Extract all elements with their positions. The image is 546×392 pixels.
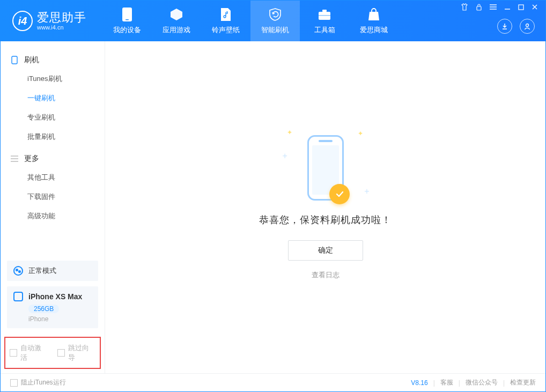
device-chip[interactable]: iPhone XS Max 256GB iPhone	[7, 286, 98, 328]
device-small-icon	[13, 292, 23, 301]
success-illustration: ✦ + ✦ +	[307, 135, 344, 201]
sidebar-group-more: 更多 其他工具 下载固件 高级功能	[1, 150, 105, 226]
side-nav: 刷机 iTunes刷机 一键刷机 专业刷机 批量刷机 更多 其他工具 下载固件 …	[1, 41, 105, 255]
close-icon[interactable]	[532, 4, 538, 12]
checkbox-icon	[10, 349, 17, 357]
sidebar-item-itunes-flash[interactable]: iTunes刷机	[1, 69, 105, 88]
checkbox-label: 自动激活	[20, 343, 48, 363]
plus-icon: +	[283, 151, 287, 161]
svg-rect-8	[12, 56, 17, 64]
download-button[interactable]	[497, 19, 512, 34]
sparkle-icon: ✦	[358, 130, 363, 137]
checkbox-label: 跳过向导	[68, 343, 95, 363]
tab-label: 铃声壁纸	[212, 25, 240, 35]
support-link[interactable]: 客服	[440, 378, 453, 387]
checkbox-icon	[10, 379, 18, 387]
tab-my-device[interactable]: 我的设备	[102, 1, 152, 41]
body: 刷机 iTunes刷机 一键刷机 专业刷机 批量刷机 更多 其他工具 下载固件 …	[1, 41, 545, 373]
briefcase-icon	[317, 7, 332, 22]
app-window: i4 爱思助手 www.i4.cn 我的设备 应用游戏	[0, 0, 546, 392]
lock-icon[interactable]	[476, 3, 482, 12]
logo-text: 爱思助手 www.i4.cn	[37, 11, 86, 31]
group-label: 更多	[24, 154, 39, 164]
device-capacity: 256GB	[28, 305, 59, 313]
tab-label: 智能刷机	[261, 25, 289, 35]
version-label: V8.16	[411, 379, 427, 387]
checkbox-label: 阻止iTunes运行	[21, 378, 66, 387]
logo-icon: i4	[12, 11, 33, 31]
check-update-link[interactable]: 检查更新	[510, 378, 536, 387]
header-actions	[497, 19, 535, 34]
tab-toolbox[interactable]: 工具箱	[300, 1, 349, 41]
svg-rect-5	[477, 6, 481, 10]
device-type: iPhone	[28, 315, 92, 323]
minimize-icon[interactable]	[504, 4, 511, 12]
wechat-link[interactable]: 微信公众号	[466, 378, 498, 387]
device-icon	[10, 56, 19, 64]
refresh-shield-icon	[268, 7, 283, 22]
success-message: 恭喜您，保资料刷机成功啦！	[259, 213, 392, 226]
auto-options-highlight: 自动激活 跳过向导	[4, 337, 101, 369]
separator: |	[459, 379, 460, 387]
menu-icon[interactable]	[490, 4, 497, 12]
app-name: 爱思助手	[37, 11, 86, 24]
tab-label: 应用游戏	[163, 25, 190, 35]
check-badge-icon	[329, 184, 350, 204]
separator: |	[503, 379, 505, 387]
sidebar-group-more-title[interactable]: 更多	[1, 150, 105, 168]
svg-point-7	[526, 24, 529, 27]
separator: |	[433, 379, 435, 387]
sidebar-item-onekey-flash[interactable]: 一键刷机	[1, 88, 105, 108]
list-icon	[10, 154, 19, 163]
group-label: 刷机	[24, 55, 39, 65]
sparkle-icon: ✦	[287, 129, 292, 136]
shopping-bag-icon	[367, 7, 381, 22]
svg-rect-3	[322, 10, 327, 12]
cube-icon	[169, 7, 184, 22]
phone-icon	[307, 135, 344, 201]
footer-right: V8.16 | 客服 | 微信公众号 | 检查更新	[411, 378, 536, 387]
svg-rect-1	[126, 19, 129, 20]
auto-activate-checkbox[interactable]: 自动激活	[10, 343, 48, 363]
sidebar-item-pro-flash[interactable]: 专业刷机	[1, 108, 105, 127]
view-log-link[interactable]: 查看日志	[312, 270, 340, 280]
music-file-icon	[219, 7, 232, 22]
sidebar-item-firmware[interactable]: 下载固件	[1, 187, 105, 206]
phone-icon	[122, 7, 132, 22]
mode-icon	[13, 266, 23, 276]
app-url: www.i4.cn	[37, 24, 86, 31]
svg-rect-6	[519, 5, 523, 10]
tab-apps[interactable]: 应用游戏	[152, 1, 201, 41]
tab-label: 工具箱	[314, 25, 335, 35]
sidebar-item-batch-flash[interactable]: 批量刷机	[1, 127, 105, 146]
mode-label: 正常模式	[28, 266, 56, 276]
maximize-icon[interactable]	[518, 4, 524, 12]
sidebar-item-advanced[interactable]: 高级功能	[1, 206, 105, 226]
ok-button[interactable]: 确定	[288, 240, 363, 261]
tab-label: 爱思商城	[360, 25, 388, 35]
main-content: ✦ + ✦ + 恭喜您，保资料刷机成功啦！ 确定 查看日志	[105, 41, 545, 373]
header: i4 爱思助手 www.i4.cn 我的设备 应用游戏	[1, 1, 545, 41]
main-tabs: 我的设备 应用游戏 铃声壁纸 智能刷机	[102, 1, 399, 41]
sidebar-group-flash: 刷机 iTunes刷机 一键刷机 专业刷机 批量刷机	[1, 51, 105, 146]
tshirt-icon[interactable]	[461, 3, 468, 12]
tab-ringtones[interactable]: 铃声壁纸	[201, 1, 250, 41]
tab-label: 我的设备	[113, 25, 141, 35]
mode-chip[interactable]: 正常模式	[7, 261, 98, 281]
tab-smart-flash[interactable]: 智能刷机	[250, 1, 300, 41]
logo[interactable]: i4 爱思助手 www.i4.cn	[1, 1, 98, 41]
svg-rect-4	[319, 15, 330, 16]
user-button[interactable]	[520, 19, 535, 34]
sidebar-item-other-tools[interactable]: 其他工具	[1, 168, 105, 187]
footer: 阻止iTunes运行 V8.16 | 客服 | 微信公众号 | 检查更新	[1, 373, 545, 391]
block-itunes-checkbox[interactable]: 阻止iTunes运行	[10, 378, 66, 387]
window-controls	[453, 1, 545, 14]
tab-store[interactable]: 爱思商城	[349, 1, 399, 41]
sidebar: 刷机 iTunes刷机 一键刷机 专业刷机 批量刷机 更多 其他工具 下载固件 …	[1, 41, 105, 373]
sidebar-group-flash-title[interactable]: 刷机	[1, 51, 105, 69]
device-name: iPhone XS Max	[28, 292, 82, 301]
skip-guide-checkbox[interactable]: 跳过向导	[57, 343, 95, 363]
plus-icon: +	[364, 187, 369, 196]
checkbox-icon	[57, 349, 65, 357]
